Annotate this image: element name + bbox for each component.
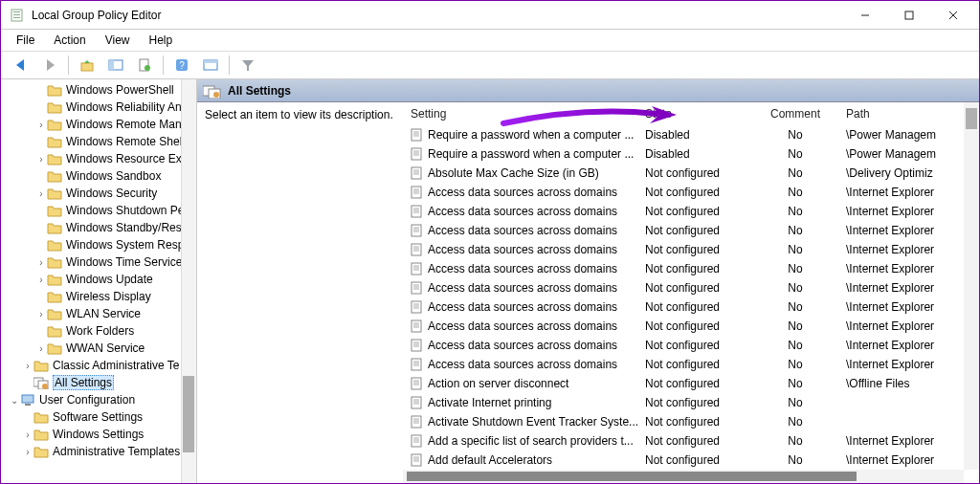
tree-item[interactable]: Windows Sandbox: [1, 167, 196, 185]
tree-item-label: WLAN Service: [66, 307, 141, 320]
export-list-button[interactable]: [134, 55, 155, 76]
header-comment[interactable]: Comment: [752, 107, 838, 121]
cell-path: \Offline Files: [838, 377, 963, 390]
grid-row[interactable]: Action on server disconnectNot configure…: [403, 374, 979, 393]
cell-comment: No: [752, 186, 838, 199]
svg-rect-19: [204, 60, 217, 63]
svg-rect-37: [412, 167, 421, 179]
grid-vertical-thumb[interactable]: [966, 108, 977, 129]
svg-text:?: ?: [179, 60, 185, 71]
grid-row[interactable]: Access data sources across domainsNot co…: [403, 317, 979, 336]
tree-item-label: Windows PowerShell: [66, 83, 174, 97]
cell-setting: Access data sources across domains: [428, 300, 617, 314]
tree-item[interactable]: Windows System Respor: [1, 236, 196, 253]
tree-scroll-thumb[interactable]: [183, 376, 194, 452]
setting-icon: [411, 281, 424, 295]
properties-button[interactable]: [200, 55, 221, 76]
setting-icon: [411, 186, 424, 199]
tree-item[interactable]: ›Classic Administrative Te: [1, 357, 196, 374]
header-state[interactable]: State: [637, 107, 752, 121]
close-button[interactable]: [931, 1, 975, 29]
cell-setting: Access data sources across domains: [428, 205, 617, 218]
grid-row[interactable]: Access data sources across domainsNot co…: [403, 202, 979, 221]
tree-pane[interactable]: Windows PowerShellWindows Reliability An…: [1, 79, 197, 483]
grid-horizontal-thumb[interactable]: [407, 472, 857, 481]
settings-grid[interactable]: Setting State Comment Path Require a pas…: [403, 102, 979, 483]
tree-item[interactable]: Windows Reliability Ana: [1, 99, 196, 116]
folder-icon: [47, 324, 62, 338]
forward-button[interactable]: [39, 55, 60, 76]
back-button[interactable]: [11, 55, 32, 76]
grid-row[interactable]: Absolute Max Cache Size (in GB)Not confi…: [403, 164, 979, 183]
menu-view[interactable]: View: [96, 32, 140, 49]
folder-icon: [47, 273, 62, 286]
tree-item[interactable]: Windows Shutdown Perf: [1, 202, 196, 219]
setting-icon: [411, 377, 424, 390]
tree-item[interactable]: ›Windows Time Service: [1, 253, 196, 271]
setting-icon: [411, 339, 424, 352]
menu-help[interactable]: Help: [140, 32, 183, 49]
grid-row[interactable]: Access data sources across domainsNot co…: [403, 183, 979, 202]
tree-scrollbar[interactable]: [181, 79, 196, 483]
header-setting[interactable]: Setting: [403, 107, 637, 121]
grid-vertical-scrollbar[interactable]: [964, 102, 979, 470]
tree-item[interactable]: All Settings: [1, 374, 196, 391]
cell-state: Not configured: [637, 166, 752, 180]
cell-setting: Access data sources across domains: [428, 243, 617, 256]
menu-file[interactable]: File: [7, 32, 44, 49]
tree-item[interactable]: ›Administrative Templates: [1, 443, 196, 460]
tree-item[interactable]: Windows Standby/Resur: [1, 219, 196, 236]
up-folder-button[interactable]: [77, 55, 98, 76]
grid-row[interactable]: Require a password when a computer ...Di…: [403, 144, 979, 164]
menu-action[interactable]: Action: [44, 32, 95, 49]
grid-row[interactable]: Access data sources across domainsNot co…: [403, 297, 979, 317]
tree-item[interactable]: ›WLAN Service: [1, 305, 196, 322]
grid-row[interactable]: Access data sources across domainsNot co…: [403, 355, 979, 374]
cell-path: \Power Managem: [838, 147, 963, 161]
tree-item-label: Windows Remote Shell: [66, 135, 185, 148]
grid-row[interactable]: Access data sources across domainsNot co…: [403, 240, 979, 259]
grid-row[interactable]: Add default AcceleratorsNot configuredNo…: [403, 451, 979, 470]
grid-row[interactable]: Access data sources across domainsNot co…: [403, 278, 979, 297]
help-button[interactable]: ?: [171, 55, 192, 76]
setting-icon: [411, 147, 424, 161]
tree-item[interactable]: ›Windows Update: [1, 271, 196, 288]
tree-item[interactable]: Wireless Display: [1, 288, 196, 305]
tree-item[interactable]: Windows PowerShell: [1, 81, 196, 99]
grid-row[interactable]: Access data sources across domainsNot co…: [403, 336, 979, 355]
tree-item[interactable]: ⌄User Configuration: [1, 391, 196, 408]
cell-comment: No: [752, 453, 838, 467]
tree-item-label: Classic Administrative Te: [53, 359, 180, 372]
grid-row[interactable]: Activate Shutdown Event Tracker Syste...…: [403, 412, 979, 431]
grid-row[interactable]: Require a password when a computer ...Di…: [403, 125, 979, 144]
tree-item[interactable]: Windows Remote Shell: [1, 133, 196, 150]
grid-horizontal-scrollbar[interactable]: [403, 470, 964, 483]
setting-icon: [411, 300, 424, 314]
svg-rect-41: [412, 187, 421, 198]
cell-state: Not configured: [637, 224, 752, 237]
maximize-button[interactable]: [887, 1, 931, 29]
cell-state: Not configured: [637, 453, 752, 467]
svg-rect-33: [412, 148, 421, 160]
grid-row[interactable]: Access data sources across domainsNot co…: [403, 221, 979, 240]
grid-row[interactable]: Activate Internet printingNot configured…: [403, 393, 979, 412]
grid-row[interactable]: Add a specific list of search providers …: [403, 431, 979, 451]
setting-icon: [411, 453, 424, 467]
header-path[interactable]: Path: [838, 107, 963, 121]
tree-item[interactable]: ›Windows Resource Exha: [1, 150, 196, 167]
tree-item[interactable]: ›Windows Settings: [1, 426, 196, 443]
tree-item[interactable]: ›Windows Remote Manag: [1, 116, 196, 133]
tree-item[interactable]: ›WWAN Service: [1, 340, 196, 357]
tree-item[interactable]: ›Windows Security: [1, 185, 196, 202]
show-hide-tree-button[interactable]: [105, 55, 126, 76]
folder-icon: [47, 238, 62, 252]
svg-rect-49: [412, 225, 421, 236]
svg-rect-97: [412, 454, 421, 466]
svg-marker-9: [47, 59, 55, 71]
tree-item[interactable]: Work Folders: [1, 322, 196, 340]
setting-icon: [411, 434, 424, 448]
grid-row[interactable]: Access data sources across domainsNot co…: [403, 259, 979, 278]
minimize-button[interactable]: [843, 1, 887, 29]
filter-button[interactable]: [237, 55, 258, 76]
tree-item[interactable]: Software Settings: [1, 408, 196, 426]
